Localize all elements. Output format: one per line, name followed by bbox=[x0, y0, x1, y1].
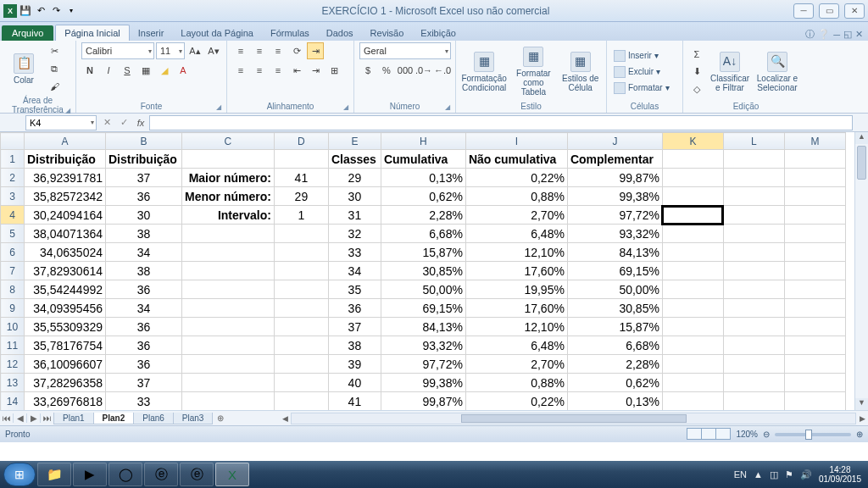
cell-E6[interactable]: 33 bbox=[328, 243, 381, 262]
border-icon[interactable]: ▦ bbox=[137, 62, 154, 79]
cell-B5[interactable]: 38 bbox=[106, 225, 182, 243]
cell-E4[interactable]: 31 bbox=[328, 206, 381, 225]
cell-A5[interactable]: 38,04071364 bbox=[25, 225, 106, 243]
cell-K8[interactable] bbox=[662, 280, 723, 299]
wrap-text-icon[interactable]: ⇥ bbox=[307, 42, 324, 59]
sheet-tab-Plan2[interactable]: Plan2 bbox=[93, 413, 135, 424]
insert-cells-button[interactable]: Inserir ▾ bbox=[612, 48, 671, 64]
cell-M3[interactable] bbox=[784, 187, 845, 206]
cell-K1[interactable] bbox=[662, 150, 723, 169]
cell-H7[interactable]: 30,85% bbox=[381, 262, 465, 280]
cell-J6[interactable]: 84,13% bbox=[567, 243, 662, 262]
cell-K5[interactable] bbox=[662, 225, 723, 243]
row-header-7[interactable]: 7 bbox=[1, 262, 25, 280]
cell-M9[interactable] bbox=[784, 299, 845, 318]
indent-dec-icon[interactable]: ⇤ bbox=[288, 62, 305, 79]
cell-L7[interactable] bbox=[723, 262, 784, 280]
format-table-button[interactable]: ▦Formatar como Tabela bbox=[510, 47, 556, 97]
cell-E1[interactable]: Classes bbox=[328, 150, 381, 169]
cell-A8[interactable]: 35,54244992 bbox=[25, 280, 106, 299]
cell-L13[interactable] bbox=[723, 374, 784, 392]
cell-M12[interactable] bbox=[784, 355, 845, 374]
hscroll-left-icon[interactable]: ◀ bbox=[279, 414, 291, 423]
cell-L6[interactable] bbox=[723, 243, 784, 262]
cell-C13[interactable] bbox=[182, 374, 275, 392]
scroll-thumb[interactable] bbox=[857, 146, 866, 180]
format-painter-icon[interactable]: 🖌 bbox=[46, 78, 63, 95]
scroll-up-icon[interactable]: ▲ bbox=[855, 132, 868, 144]
launcher-icon[interactable]: ◢ bbox=[445, 103, 450, 111]
col-header-D[interactable]: D bbox=[274, 133, 328, 150]
cell-A4[interactable]: 30,24094164 bbox=[25, 206, 106, 225]
start-button[interactable]: ⊞ bbox=[3, 463, 36, 486]
cell-A14[interactable]: 33,26976818 bbox=[25, 392, 106, 411]
cell-C11[interactable] bbox=[182, 336, 275, 355]
cell-I7[interactable]: 17,60% bbox=[465, 262, 567, 280]
cell-H5[interactable]: 6,68% bbox=[381, 225, 465, 243]
cell-D4[interactable]: 1 bbox=[274, 206, 328, 225]
clear-icon[interactable]: ◇ bbox=[688, 81, 705, 98]
cell-D3[interactable]: 29 bbox=[274, 187, 328, 206]
col-header-C[interactable]: C bbox=[182, 133, 275, 150]
chrome-icon[interactable]: ◯ bbox=[108, 463, 142, 486]
row-header-12[interactable]: 12 bbox=[1, 355, 25, 374]
align-top-icon[interactable]: ≡ bbox=[232, 42, 249, 59]
cell-A6[interactable]: 34,0635024 bbox=[25, 243, 106, 262]
cell-I2[interactable]: 0,22% bbox=[465, 169, 567, 187]
cell-K6[interactable] bbox=[662, 243, 723, 262]
cell-B1[interactable]: Distribuição bbox=[106, 150, 182, 169]
cell-K14[interactable] bbox=[662, 392, 723, 411]
cell-M1[interactable] bbox=[784, 150, 845, 169]
tab-data[interactable]: Dados bbox=[318, 25, 362, 41]
cell-I1[interactable]: Não cumulativa bbox=[465, 150, 567, 169]
zoom-out-icon[interactable]: ⊖ bbox=[763, 430, 770, 439]
cell-C12[interactable] bbox=[182, 355, 275, 374]
vertical-scrollbar[interactable]: ▲ ▼ bbox=[854, 132, 868, 410]
cell-D13[interactable] bbox=[274, 374, 328, 392]
indent-inc-icon[interactable]: ⇥ bbox=[307, 62, 324, 79]
tab-insert[interactable]: Inserir bbox=[130, 25, 173, 41]
cell-L4[interactable] bbox=[723, 206, 784, 225]
cell-B14[interactable]: 33 bbox=[106, 392, 182, 411]
zoom-level[interactable]: 120% bbox=[736, 430, 758, 439]
cell-B7[interactable]: 38 bbox=[106, 262, 182, 280]
zoom-in-icon[interactable]: ⊕ bbox=[856, 430, 863, 439]
autosum-icon[interactable]: Σ bbox=[688, 46, 705, 63]
font-name-combo[interactable]: Calibri bbox=[81, 42, 154, 59]
fx-icon[interactable]: fx bbox=[132, 118, 149, 128]
cell-E2[interactable]: 29 bbox=[328, 169, 381, 187]
cell-J9[interactable]: 30,85% bbox=[567, 299, 662, 318]
cell-M8[interactable] bbox=[784, 280, 845, 299]
cell-K7[interactable] bbox=[662, 262, 723, 280]
cell-C2[interactable]: Maior número: bbox=[182, 169, 275, 187]
worksheet-grid[interactable]: ABCDEHIJKLM1DistribuiçãoDistribuiçãoClas… bbox=[0, 132, 868, 410]
launcher-icon[interactable]: ◢ bbox=[343, 103, 348, 111]
cell-M2[interactable] bbox=[784, 169, 845, 187]
merge-icon[interactable]: ⊞ bbox=[326, 62, 342, 79]
launcher-icon[interactable]: ◢ bbox=[216, 103, 221, 111]
sheet-next-icon[interactable]: ▶ bbox=[27, 413, 41, 423]
cell-styles-button[interactable]: ▦Estilos de Célula bbox=[560, 52, 601, 92]
hscroll-thumb[interactable] bbox=[461, 414, 687, 423]
cell-A10[interactable]: 35,55309329 bbox=[25, 318, 106, 336]
cell-M4[interactable] bbox=[784, 206, 845, 225]
layout-view-icon[interactable] bbox=[701, 428, 716, 440]
close-button[interactable]: ✕ bbox=[844, 3, 865, 19]
cell-J3[interactable]: 99,38% bbox=[567, 187, 662, 206]
name-box[interactable]: K4 bbox=[25, 115, 97, 130]
cell-K10[interactable] bbox=[662, 318, 723, 336]
cell-H3[interactable]: 0,62% bbox=[381, 187, 465, 206]
cell-J10[interactable]: 15,87% bbox=[567, 318, 662, 336]
sheet-tab-Plan3[interactable]: Plan3 bbox=[173, 413, 214, 424]
hscroll-right-icon[interactable]: ▶ bbox=[856, 414, 868, 423]
minimize-ribbon-icon[interactable]: ⓘ bbox=[805, 28, 815, 41]
comma-icon[interactable]: 000 bbox=[397, 62, 414, 79]
qat-dropdown-icon[interactable]: ▾ bbox=[64, 4, 78, 18]
cell-H1[interactable]: Cumulativa bbox=[381, 150, 465, 169]
row-header-1[interactable]: 1 bbox=[1, 150, 25, 169]
cell-C7[interactable] bbox=[182, 262, 275, 280]
col-header-B[interactable]: B bbox=[106, 133, 182, 150]
cell-B9[interactable]: 34 bbox=[106, 299, 182, 318]
cell-L11[interactable] bbox=[723, 336, 784, 355]
undo-icon[interactable]: ↶ bbox=[34, 4, 47, 18]
